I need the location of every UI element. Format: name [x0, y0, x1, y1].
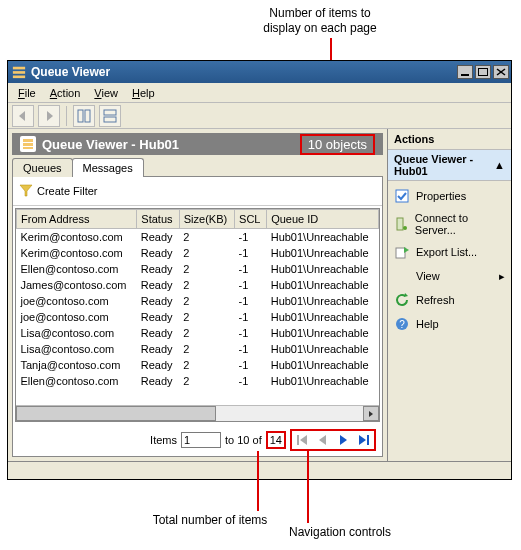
svg-rect-14 — [23, 143, 33, 146]
menu-help[interactable]: Help — [126, 85, 161, 101]
svg-marker-19 — [300, 435, 307, 445]
app-icon — [12, 65, 26, 79]
table-row[interactable]: Kerim@contoso.comReady2-1Hub01\Unreachab… — [17, 229, 379, 246]
svg-marker-17 — [369, 411, 373, 417]
server-icon — [394, 216, 409, 232]
table-row[interactable]: Tanja@contoso.comReady2-1Hub01\Unreachab… — [17, 357, 379, 373]
svg-rect-15 — [23, 147, 33, 149]
callout-line-nav — [307, 451, 309, 523]
toolbar — [8, 103, 511, 129]
forward-button[interactable] — [38, 105, 60, 127]
tab-body: Create Filter From Address Status Size(K… — [12, 176, 383, 457]
scrollbar-thumb[interactable] — [16, 406, 216, 421]
table-row[interactable]: James@contoso.comReady2-1Hub01\Unreachab… — [17, 277, 379, 293]
col-queueid[interactable]: Queue ID — [267, 210, 379, 229]
table-row[interactable]: Ellen@contoso.comReady2-1Hub01\Unreachab… — [17, 373, 379, 389]
action-refresh[interactable]: Refresh — [390, 289, 509, 311]
col-status[interactable]: Status — [137, 210, 179, 229]
actions-subheader[interactable]: Queue Viewer - Hub01 ▲ — [388, 150, 511, 181]
svg-rect-11 — [104, 110, 116, 115]
col-from[interactable]: From Address — [17, 210, 137, 229]
svg-rect-12 — [104, 117, 116, 122]
svg-marker-29 — [404, 293, 408, 297]
back-button[interactable] — [12, 105, 34, 127]
pager: Items to 10 of 14 — [13, 424, 382, 456]
action-help[interactable]: ? Help — [390, 313, 509, 335]
svg-rect-1 — [13, 71, 25, 74]
table-row[interactable]: joe@contoso.comReady2-1Hub01\Unreachable — [17, 309, 379, 325]
table-row[interactable]: Ellen@contoso.comReady2-1Hub01\Unreachab… — [17, 261, 379, 277]
table-row[interactable]: Kerim@contoso.comReady2-1Hub01\Unreachab… — [17, 245, 379, 261]
annotation-nav-controls: Navigation controls — [270, 525, 410, 539]
content-title: Queue Viewer - Hub01 — [42, 137, 300, 152]
actions-header: Actions — [388, 129, 511, 150]
toolbar-view2-button[interactable] — [99, 105, 121, 127]
action-view[interactable]: View ▸ — [390, 265, 509, 287]
col-scl[interactable]: SCL — [235, 210, 267, 229]
svg-rect-24 — [396, 190, 408, 202]
horizontal-scrollbar[interactable] — [16, 405, 379, 421]
tab-messages[interactable]: Messages — [72, 158, 144, 177]
minimize-button[interactable] — [457, 65, 473, 79]
items-from-input[interactable] — [181, 432, 221, 448]
create-filter-label: Create Filter — [37, 185, 98, 197]
tabs: Queues Messages — [12, 157, 383, 176]
navigation-controls — [290, 429, 376, 451]
svg-rect-25 — [397, 218, 403, 230]
menu-action[interactable]: Action — [44, 85, 87, 101]
svg-marker-8 — [47, 111, 53, 121]
svg-rect-13 — [23, 139, 33, 142]
toolbar-sep — [66, 106, 67, 126]
messages-table: From Address Status Size(KB) SCL Queue I… — [15, 208, 380, 422]
main-pane: Queue Viewer - Hub01 10 objects Queues M… — [8, 129, 388, 461]
svg-rect-2 — [13, 76, 25, 79]
refresh-icon — [394, 292, 410, 308]
menubar: File Action View Help — [8, 83, 511, 103]
checkmark-icon — [394, 188, 410, 204]
annotation-total-items: Total number of items — [140, 513, 280, 527]
svg-marker-16 — [20, 185, 32, 196]
svg-marker-22 — [359, 435, 366, 445]
object-count: 10 objects — [300, 134, 375, 155]
statusbar — [8, 461, 511, 479]
action-properties[interactable]: Properties — [390, 185, 509, 207]
maximize-button[interactable] — [475, 65, 491, 79]
table-header-row: From Address Status Size(KB) SCL Queue I… — [17, 210, 379, 229]
toolbar-view1-button[interactable] — [73, 105, 95, 127]
action-connect-server[interactable]: Connect to Server... — [390, 209, 509, 239]
help-icon: ? — [394, 316, 410, 332]
svg-marker-7 — [19, 111, 25, 121]
actions-pane: Actions Queue Viewer - Hub01 ▲ Propertie… — [388, 129, 511, 461]
action-export-list[interactable]: Export List... — [390, 241, 509, 263]
tab-queues[interactable]: Queues — [12, 158, 73, 177]
callout-line-total — [257, 451, 259, 511]
filter-icon — [19, 183, 33, 199]
svg-marker-20 — [319, 435, 326, 445]
col-size[interactable]: Size(KB) — [179, 210, 234, 229]
svg-rect-18 — [297, 435, 299, 445]
next-page-button[interactable] — [334, 432, 352, 448]
svg-rect-4 — [479, 69, 488, 76]
prev-page-button[interactable] — [314, 432, 332, 448]
table-row[interactable]: joe@contoso.comReady2-1Hub01\Unreachable — [17, 293, 379, 309]
table-row[interactable]: Lisa@contoso.comReady2-1Hub01\Unreachabl… — [17, 325, 379, 341]
svg-rect-23 — [367, 435, 369, 445]
queue-viewer-header-icon — [20, 136, 36, 152]
close-button[interactable] — [493, 65, 509, 79]
menu-file[interactable]: File — [12, 85, 42, 101]
svg-rect-0 — [13, 67, 25, 70]
svg-marker-28 — [404, 247, 409, 253]
to-label: to 10 of — [225, 434, 262, 446]
window-title: Queue Viewer — [31, 65, 457, 79]
annotation-items-per-page: Number of items to display on each page — [230, 6, 410, 36]
table-row[interactable]: Lisa@contoso.comReady2-1Hub01\Unreachabl… — [17, 341, 379, 357]
last-page-button[interactable] — [354, 432, 372, 448]
items-label: Items — [150, 434, 177, 446]
export-icon — [394, 244, 410, 260]
collapse-icon: ▲ — [494, 159, 505, 171]
scrollbar-right-arrow[interactable] — [363, 406, 379, 421]
menu-view[interactable]: View — [88, 85, 124, 101]
queue-viewer-window: Queue Viewer File Action View Help Queue… — [7, 60, 512, 480]
create-filter[interactable]: Create Filter — [13, 177, 382, 206]
first-page-button[interactable] — [294, 432, 312, 448]
